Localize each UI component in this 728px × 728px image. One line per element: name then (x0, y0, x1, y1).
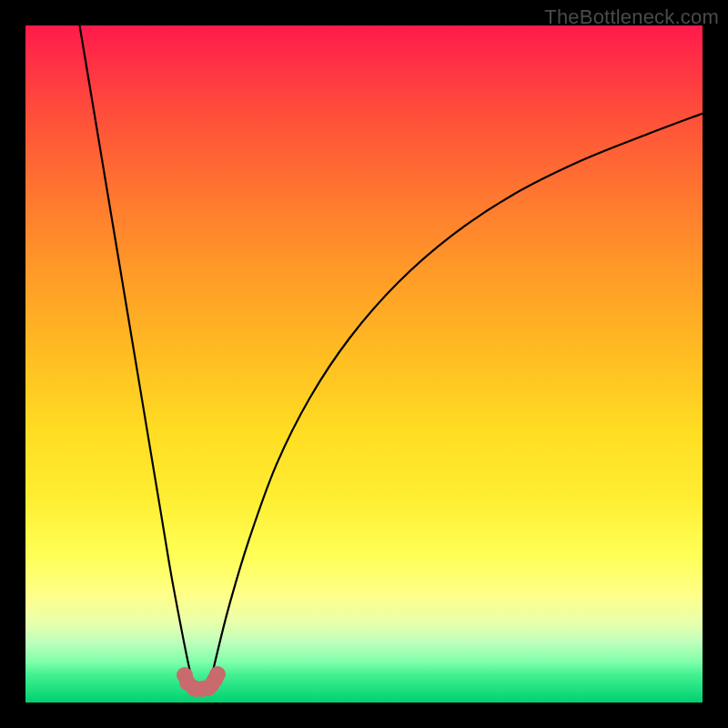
chart-area (25, 25, 703, 703)
curve-right-branch (209, 114, 703, 686)
bottleneck-curve (25, 25, 703, 703)
valley-bead (209, 666, 226, 682)
curve-left-branch (80, 25, 194, 685)
